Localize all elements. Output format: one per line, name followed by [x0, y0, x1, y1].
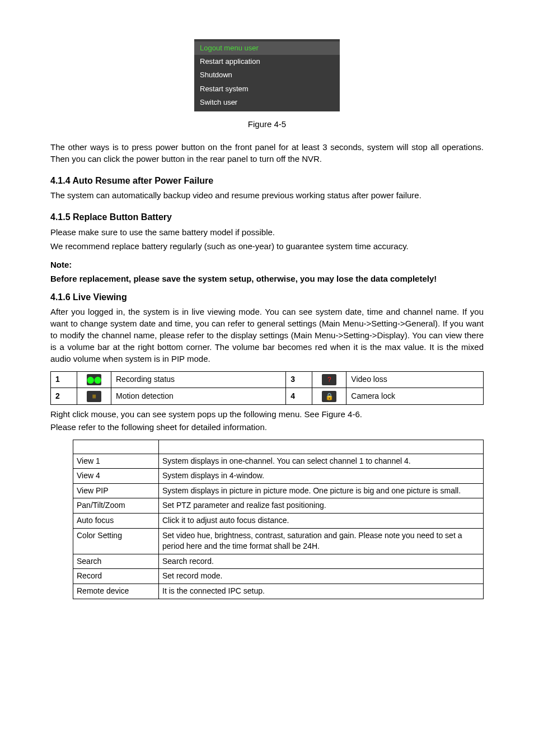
table-row: Auto focus Click it to adjust auto focus… [73, 514, 484, 529]
cell-number: 2 [51, 388, 77, 404]
cell-icon: 🔒 [312, 388, 346, 404]
table-row: 1 ⬤⬤ Recording status 3 ? Video loss [51, 372, 484, 388]
cell-value: Set PTZ parameter and realize fast posit… [159, 498, 484, 514]
cell-label: Record [73, 569, 159, 584]
section-heading: 4.1.6 Live Viewing [50, 291, 484, 304]
cell-value: System displays in one-channel. You can … [159, 454, 484, 469]
paragraph: The other ways is to press power button … [50, 141, 484, 165]
paragraph: Right click mouse, you can see system po… [50, 408, 484, 420]
cell-value: Set video hue, brightness, contrast, sat… [159, 528, 484, 554]
cell-desc: Video loss [346, 372, 484, 388]
video-loss-icon: ? [322, 374, 336, 385]
menu-info-table: View 1 System displays in one-channel. Y… [73, 440, 484, 599]
section-heading: 4.1.5 Replace Button Battery [50, 211, 484, 223]
status-icon-table: 1 ⬤⬤ Recording status 3 ? Video loss 2 ≡… [50, 371, 484, 405]
cell-label: Color Setting [73, 528, 159, 554]
cell-label: Remote device [73, 584, 159, 599]
table-row: Record Set record mode. [73, 569, 484, 584]
menu-item: Shutdown [194, 68, 340, 82]
section-heading: 4.1.4 Auto Resume after Power Failure [50, 175, 484, 187]
camera-lock-icon: 🔒 [322, 391, 336, 402]
cell-label: Auto focus [73, 514, 159, 529]
cell-desc: Recording status [111, 372, 286, 388]
context-menu-screenshot: Logout menu user Restart application Shu… [194, 39, 340, 111]
cell-value: Search record. [159, 554, 484, 569]
cell-value: System displays in picture in picture mo… [159, 483, 484, 498]
cell-number: 4 [286, 388, 312, 404]
table-row: View 1 System displays in one-channel. Y… [73, 454, 484, 469]
table-row: View PIP System displays in picture in p… [73, 483, 484, 498]
menu-item: Restart system [194, 82, 340, 96]
table-row [73, 440, 484, 454]
table-row: Remote device It is the connected IPC se… [73, 584, 484, 599]
recording-status-icon: ⬤⬤ [87, 374, 101, 385]
cell-icon: ≡ [77, 388, 111, 404]
note-text: Before replacement, please save the syst… [50, 273, 484, 284]
cell-value: Set record mode. [159, 569, 484, 584]
cell-number: 3 [286, 372, 312, 388]
paragraph: After you logged in, the system is in li… [50, 306, 484, 365]
cell-label: View 1 [73, 454, 159, 469]
menu-item: Switch user [194, 96, 340, 109]
cell-icon: ⬤⬤ [77, 372, 111, 388]
cell-desc: Motion detection [111, 388, 286, 404]
table-row: Search Search record. [73, 554, 484, 569]
cell-label: View PIP [73, 483, 159, 498]
cell-value: System displays in 4-window. [159, 469, 484, 484]
motion-detection-icon: ≡ [87, 391, 101, 402]
cell-number: 1 [51, 372, 77, 388]
cell-label: Pan/Tilt/Zoom [73, 498, 159, 514]
empty-cell [73, 440, 159, 454]
table-row: Pan/Tilt/Zoom Set PTZ parameter and real… [73, 498, 484, 514]
empty-cell [159, 440, 484, 454]
cell-label: View 4 [73, 469, 159, 484]
cell-icon: ? [312, 372, 346, 388]
cell-label: Search [73, 554, 159, 569]
paragraph: Please refer to the following sheet for … [50, 421, 484, 433]
menu-item: Restart application [194, 55, 340, 68]
paragraph: We recommend replace battery regularly (… [50, 240, 484, 252]
table-row: Color Setting Set video hue, brightness,… [73, 528, 484, 554]
table-row: View 4 System displays in 4-window. [73, 469, 484, 484]
cell-value: It is the connected IPC setup. [159, 584, 484, 599]
table-row: 2 ≡ Motion detection 4 🔒 Camera lock [51, 388, 484, 404]
menu-item: Logout menu user [194, 41, 340, 55]
figure-caption: Figure 4-5 [50, 118, 484, 130]
cell-desc: Camera lock [346, 388, 484, 404]
cell-value: Click it to adjust auto focus distance. [159, 514, 484, 529]
paragraph: Please make sure to use the same battery… [50, 226, 484, 238]
paragraph: The system can automatically backup vide… [50, 189, 484, 201]
note-label: Note: [50, 259, 484, 270]
